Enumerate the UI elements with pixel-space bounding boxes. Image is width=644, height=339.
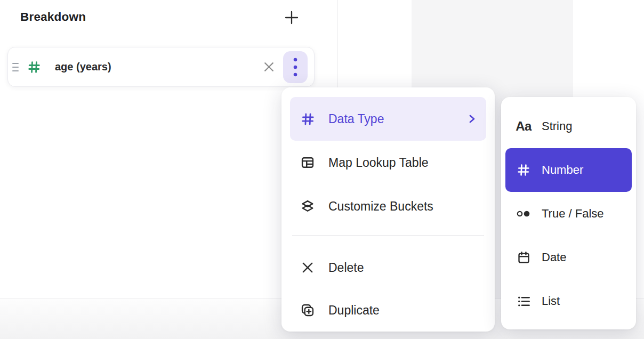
hash-icon [300, 111, 316, 127]
menu-item-customize-buckets[interactable]: Customize Buckets [290, 184, 486, 228]
field-label: age (years) [55, 61, 111, 73]
menu-item-map-lookup-table[interactable]: Map Lookup Table [290, 141, 486, 184]
number-type-hash-icon [27, 60, 42, 75]
menu-item-label: Delete [328, 261, 364, 275]
submenu-item-date[interactable]: Date [505, 236, 632, 279]
submenu-item-label: Date [542, 251, 566, 264]
submenu-item-label: True / False [542, 207, 604, 221]
submenu-item-string[interactable]: Aa String [505, 104, 632, 148]
submenu-item-true-false[interactable]: True / False [505, 192, 632, 236]
chevron-right-icon [468, 114, 477, 124]
menu-item-duplicate[interactable]: Duplicate [290, 289, 486, 332]
calendar-icon [515, 251, 532, 265]
menu-item-label: Customize Buckets [328, 199, 433, 214]
hash-icon [515, 163, 532, 177]
menu-item-label: Duplicate [328, 303, 380, 318]
menu-divider [292, 235, 484, 236]
x-icon [300, 261, 316, 275]
submenu-item-label: String [542, 119, 572, 133]
menu-item-label: Data Type [328, 112, 384, 126]
plus-icon [284, 10, 300, 26]
close-icon [262, 60, 276, 74]
table-icon [300, 155, 316, 170]
menu-item-label: Map Lookup Table [328, 156, 429, 170]
field-menu-button[interactable] [283, 51, 308, 83]
submenu-item-list[interactable]: List [505, 279, 632, 323]
drag-handle-icon[interactable] [12, 63, 20, 71]
menu-item-data-type[interactable]: Data Type [290, 97, 486, 141]
layers-icon [300, 199, 316, 214]
submenu-item-label: List [542, 294, 560, 308]
breakdown-field-chip[interactable]: age (years) [7, 47, 315, 87]
boolean-circles-icon [515, 207, 532, 220]
menu-item-delete[interactable]: Delete [290, 246, 486, 289]
add-breakdown-button[interactable] [281, 7, 302, 28]
dots-vertical-icon [293, 58, 297, 77]
context-menu: Data Type Map Lookup Table Customize Buc… [281, 87, 495, 332]
data-type-submenu: Aa String Number True / False [501, 97, 636, 329]
page-title: Breakdown [20, 10, 86, 24]
list-icon [515, 294, 532, 309]
remove-field-button[interactable] [260, 58, 278, 76]
submenu-item-number[interactable]: Number [505, 148, 632, 192]
duplicate-icon [300, 303, 316, 318]
string-icon: Aa [515, 119, 532, 134]
submenu-item-label: Number [542, 163, 583, 177]
